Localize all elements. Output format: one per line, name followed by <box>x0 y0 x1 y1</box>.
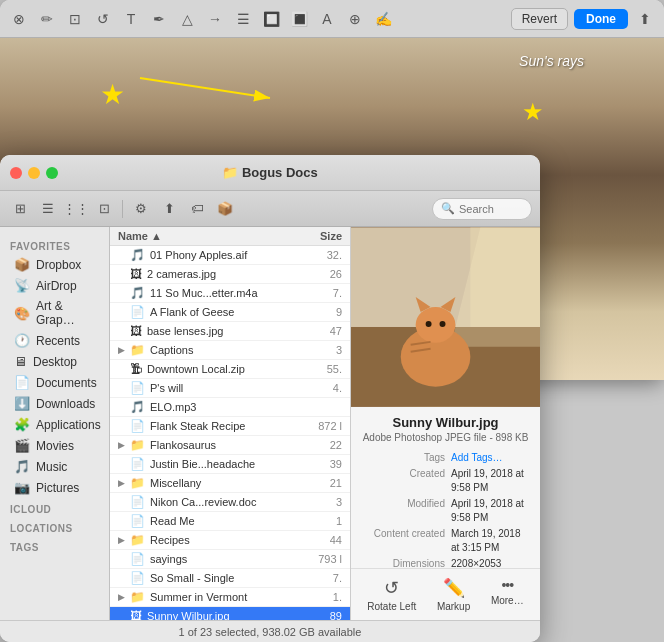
done-button[interactable]: Done <box>574 9 628 29</box>
sign-btn[interactable]: ✍ <box>372 8 394 30</box>
toolbar-separator-1 <box>122 200 123 218</box>
preview-image <box>351 227 540 407</box>
modified-label: Modified <box>361 497 451 525</box>
text-btn[interactable]: T <box>120 8 142 30</box>
sidebar-item-label: Pictures <box>36 481 79 495</box>
file-row[interactable]: ▶ 📁 Recipes 44 <box>110 531 350 550</box>
fill-btn[interactable]: 🔳 <box>288 8 310 30</box>
file-icon: 📁 <box>130 590 145 604</box>
arrow-btn[interactable]: → <box>204 8 226 30</box>
file-row[interactable]: ▶ 📁 Captions 3 <box>110 341 350 360</box>
file-name: Flankosaurus <box>150 439 292 451</box>
draw-btn[interactable]: ✒ <box>148 8 170 30</box>
file-row[interactable]: ▶ 📁 Summer in Vermont 1. <box>110 588 350 607</box>
file-row[interactable]: 📄 A Flank of Geese 9 <box>110 303 350 322</box>
edit-btn[interactable]: ✏ <box>36 8 58 30</box>
file-icon: 📄 <box>130 381 145 395</box>
file-row[interactable]: 🖼 2 cameras.jpg 26 <box>110 265 350 284</box>
tags-value[interactable]: Add Tags… <box>451 451 530 465</box>
rotate-left-button[interactable]: ↺ Rotate Left <box>367 577 416 612</box>
finder-filelist: Name ▲ Size 🎵 01 Phony Apples.aif 32. 🖼 … <box>110 227 350 620</box>
sidebar-item-movies[interactable]: 🎬 Movies <box>4 435 105 456</box>
pictures-icon: 📷 <box>14 480 30 495</box>
list-view-btn[interactable]: ☰ <box>36 197 60 221</box>
gallery-view-btn[interactable]: ⊡ <box>92 197 116 221</box>
color-btn[interactable]: 🔲 <box>260 8 282 30</box>
sidebar-item-pictures[interactable]: 📷 Pictures <box>4 477 105 498</box>
file-size: 3 <box>292 344 342 356</box>
file-row[interactable]: 📄 Justin Bie...headache 39 <box>110 455 350 474</box>
file-name: Nikon Ca...review.doc <box>150 496 292 508</box>
content-created-value: March 19, 2018 at 3:15 PM <box>451 527 530 555</box>
zoom-traffic-light[interactable] <box>46 167 58 179</box>
close-traffic-light[interactable] <box>10 167 22 179</box>
sort-arrow-icon: ▲ <box>151 230 162 242</box>
file-name: Justin Bie...headache <box>150 458 292 470</box>
sidebar-item-downloads[interactable]: ⬇️ Downloads <box>4 393 105 414</box>
file-icon: 📄 <box>130 571 145 585</box>
font-btn[interactable]: A <box>316 8 338 30</box>
file-name: sayings <box>150 553 292 565</box>
sidebar-item-desktop[interactable]: 🖥 Desktop <box>4 351 105 372</box>
more-button[interactable]: ••• More… <box>491 577 524 612</box>
sidebar-item-music[interactable]: 🎵 Music <box>4 456 105 477</box>
file-row[interactable]: 📄 P's will 4. <box>110 379 350 398</box>
col-size-header[interactable]: Size <box>292 230 342 242</box>
search-input[interactable] <box>459 203 529 215</box>
file-icon: 🖼 <box>130 324 142 338</box>
file-name: A Flank of Geese <box>150 306 292 318</box>
file-name: So Small - Single <box>150 572 292 584</box>
sidebar-section-favorites: Favorites <box>0 235 109 254</box>
file-row[interactable]: 📄 Nikon Ca...review.doc 3 <box>110 493 350 512</box>
sidebar-item-label: Desktop <box>33 355 77 369</box>
share-button[interactable]: ⬆ <box>634 8 656 30</box>
file-icon: 📄 <box>130 514 145 528</box>
revert-button[interactable]: Revert <box>511 8 568 30</box>
search-field[interactable]: 🔍 <box>432 198 532 220</box>
sidebar-item-art[interactable]: 🎨 Art & Grap… <box>4 296 105 330</box>
file-row[interactable]: 📄 Read Me 1 <box>110 512 350 531</box>
file-row-selected[interactable]: 🖼 Sunny Wilbur.jpg 89 <box>110 607 350 620</box>
file-row[interactable]: 🎵 ELO.mp3 <box>110 398 350 417</box>
folder-toggle: ▶ <box>118 478 128 488</box>
file-icon: 📁 <box>130 343 145 357</box>
column-view-btn[interactable]: ⋮⋮ <box>64 197 88 221</box>
file-row[interactable]: 📄 sayings 793 l <box>110 550 350 569</box>
sidebar-item-applications[interactable]: 🧩 Applications <box>4 414 105 435</box>
file-row[interactable]: 🎵 01 Phony Apples.aif 32. <box>110 246 350 265</box>
file-row[interactable]: 🖼 base lenses.jpg 47 <box>110 322 350 341</box>
markup-button[interactable]: ✏️ Markup <box>437 577 470 612</box>
sidebar-item-label: Music <box>36 460 67 474</box>
sidebar-item-label: Art & Grap… <box>36 299 95 327</box>
file-name: Miscellany <box>150 477 292 489</box>
file-row[interactable]: ▶ 📁 Flankosaurus 22 <box>110 436 350 455</box>
file-row[interactable]: ▶ 📁 Miscellany 21 <box>110 474 350 493</box>
sidebar-item-dropbox[interactable]: 📦 Dropbox <box>4 254 105 275</box>
shape-btn[interactable]: △ <box>176 8 198 30</box>
stamp-btn[interactable]: ⊕ <box>344 8 366 30</box>
file-row[interactable]: 📄 Flank Steak Recipe 872 l <box>110 417 350 436</box>
sidebar-item-airdrop[interactable]: 📡 AirDrop <box>4 275 105 296</box>
dropbox-toolbar-btn[interactable]: 📦 <box>213 197 237 221</box>
markup-icon: ✏️ <box>443 577 465 599</box>
view-icon-btn[interactable]: ⊞ <box>8 197 32 221</box>
sort-btn[interactable]: ⚙ <box>129 197 153 221</box>
close-btn[interactable]: ⊗ <box>8 8 30 30</box>
file-row[interactable]: 🎵 11 So Muc...etter.m4a 7. <box>110 284 350 303</box>
minimize-traffic-light[interactable] <box>28 167 40 179</box>
preview-created-row: Created April 19, 2018 at 9:58 PM <box>361 467 530 495</box>
align-btn[interactable]: ☰ <box>232 8 254 30</box>
dimensions-label: Dimensions <box>361 557 451 568</box>
annotation-text: Sun's rays <box>519 53 584 69</box>
share-btn[interactable]: ⬆ <box>157 197 181 221</box>
crop-btn[interactable]: ⊡ <box>64 8 86 30</box>
file-name: ELO.mp3 <box>150 401 292 413</box>
sidebar-item-documents[interactable]: 📄 Documents <box>4 372 105 393</box>
documents-icon: 📄 <box>14 375 30 390</box>
col-name-header[interactable]: Name ▲ <box>118 230 292 242</box>
tag-btn[interactable]: 🏷 <box>185 197 209 221</box>
sidebar-item-recents[interactable]: 🕐 Recents <box>4 330 105 351</box>
file-row[interactable]: 📄 So Small - Single 7. <box>110 569 350 588</box>
rotate-btn[interactable]: ↺ <box>92 8 114 30</box>
file-row[interactable]: 🗜 Downtown Local.zip 55. <box>110 360 350 379</box>
